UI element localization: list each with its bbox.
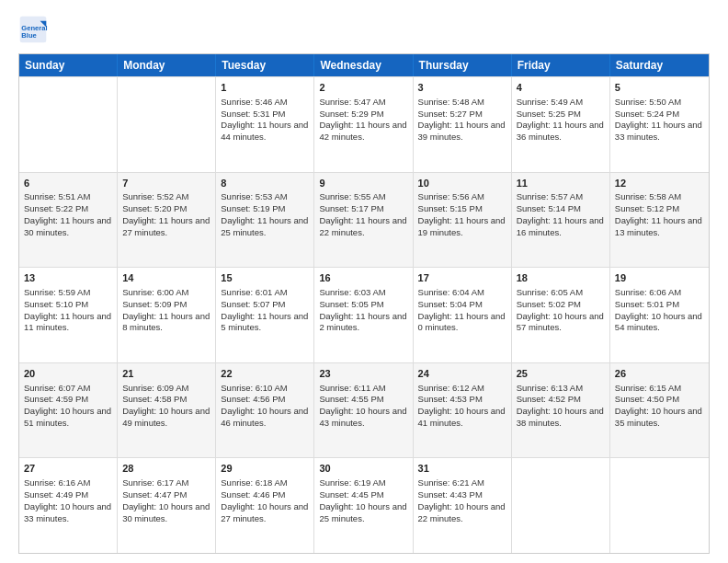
daylight-text: Daylight: 10 hours and 43 minutes. xyxy=(319,406,407,430)
daylight-text: Daylight: 11 hours and 8 minutes. xyxy=(122,311,210,335)
sunset-text: Sunset: 5:20 PM xyxy=(122,203,210,215)
calendar-cell: 26Sunrise: 6:15 AMSunset: 4:50 PMDayligh… xyxy=(610,363,709,458)
sunrise-text: Sunrise: 6:04 AM xyxy=(418,287,506,299)
sunrise-text: Sunrise: 6:11 AM xyxy=(319,383,407,395)
calendar-week-row: 27Sunrise: 6:16 AMSunset: 4:49 PMDayligh… xyxy=(19,457,709,553)
logo: General Blue xyxy=(18,15,51,44)
sunrise-text: Sunrise: 6:18 AM xyxy=(221,477,309,489)
sunset-text: Sunset: 5:29 PM xyxy=(319,109,407,121)
sunrise-text: Sunrise: 5:51 AM xyxy=(24,191,112,203)
daylight-text: Daylight: 10 hours and 38 minutes. xyxy=(517,406,605,430)
calendar-cell: 25Sunrise: 6:13 AMSunset: 4:52 PMDayligh… xyxy=(512,363,610,458)
calendar-cell: 20Sunrise: 6:07 AMSunset: 4:59 PMDayligh… xyxy=(19,363,118,458)
daylight-text: Daylight: 10 hours and 54 minutes. xyxy=(615,311,704,335)
calendar-cell: 24Sunrise: 6:12 AMSunset: 4:53 PMDayligh… xyxy=(414,363,512,458)
calendar-week-row: 6Sunrise: 5:51 AMSunset: 5:22 PMDaylight… xyxy=(19,172,709,268)
sunrise-text: Sunrise: 5:56 AM xyxy=(418,191,506,203)
day-number: 17 xyxy=(418,271,506,285)
day-number: 25 xyxy=(517,367,605,381)
sunset-text: Sunset: 5:10 PM xyxy=(24,299,112,311)
calendar-cell: 18Sunrise: 6:05 AMSunset: 5:02 PMDayligh… xyxy=(512,268,610,362)
day-of-week-header: Sunday xyxy=(19,54,118,76)
sunrise-text: Sunrise: 5:46 AM xyxy=(221,97,309,109)
sunset-text: Sunset: 5:22 PM xyxy=(24,203,112,215)
calendar-cell: 21Sunrise: 6:09 AMSunset: 4:58 PMDayligh… xyxy=(118,363,216,458)
daylight-text: Daylight: 11 hours and 30 minutes. xyxy=(24,215,112,239)
calendar-cell: 30Sunrise: 6:19 AMSunset: 4:45 PMDayligh… xyxy=(314,458,413,553)
sunrise-text: Sunrise: 6:19 AM xyxy=(319,477,407,489)
day-number: 31 xyxy=(418,462,506,476)
svg-text:Blue: Blue xyxy=(21,31,36,40)
day-number: 28 xyxy=(122,462,210,476)
day-of-week-header: Wednesday xyxy=(314,54,413,76)
sunset-text: Sunset: 5:31 PM xyxy=(221,109,309,121)
sunset-text: Sunset: 4:43 PM xyxy=(418,489,506,501)
day-of-week-header: Saturday xyxy=(610,54,709,76)
day-number: 24 xyxy=(418,367,506,381)
calendar-cell: 15Sunrise: 6:01 AMSunset: 5:07 PMDayligh… xyxy=(216,268,314,362)
calendar-cell: 14Sunrise: 6:00 AMSunset: 5:09 PMDayligh… xyxy=(118,268,216,362)
calendar-cell: 31Sunrise: 6:21 AMSunset: 4:43 PMDayligh… xyxy=(414,458,512,553)
daylight-text: Daylight: 10 hours and 27 minutes. xyxy=(221,501,309,525)
day-number: 13 xyxy=(24,271,112,285)
sunrise-text: Sunrise: 6:16 AM xyxy=(24,477,112,489)
day-number: 10 xyxy=(418,177,506,190)
sunset-text: Sunset: 5:27 PM xyxy=(418,109,506,121)
daylight-text: Daylight: 10 hours and 25 minutes. xyxy=(319,501,407,525)
sunset-text: Sunset: 5:01 PM xyxy=(615,299,704,311)
sunrise-text: Sunrise: 5:58 AM xyxy=(615,191,704,203)
sunrise-text: Sunrise: 5:59 AM xyxy=(24,287,112,299)
calendar-cell: 19Sunrise: 6:06 AMSunset: 5:01 PMDayligh… xyxy=(610,268,709,362)
calendar-cell: 27Sunrise: 6:16 AMSunset: 4:49 PMDayligh… xyxy=(19,458,118,553)
daylight-text: Daylight: 11 hours and 22 minutes. xyxy=(319,215,407,239)
calendar-week-row: 1Sunrise: 5:46 AMSunset: 5:31 PMDaylight… xyxy=(19,76,709,172)
calendar-cell: 11Sunrise: 5:57 AMSunset: 5:14 PMDayligh… xyxy=(512,173,610,268)
sunset-text: Sunset: 4:56 PM xyxy=(221,394,309,406)
daylight-text: Daylight: 10 hours and 49 minutes. xyxy=(122,406,210,430)
day-of-week-header: Tuesday xyxy=(216,54,314,76)
daylight-text: Daylight: 11 hours and 25 minutes. xyxy=(221,215,309,239)
daylight-text: Daylight: 11 hours and 16 minutes. xyxy=(517,215,605,239)
day-number: 16 xyxy=(319,271,407,285)
day-number: 22 xyxy=(221,367,309,381)
calendar-week-row: 13Sunrise: 5:59 AMSunset: 5:10 PMDayligh… xyxy=(19,267,709,362)
sunrise-text: Sunrise: 5:53 AM xyxy=(221,191,309,203)
sunset-text: Sunset: 5:25 PM xyxy=(517,109,605,121)
calendar-cell: 9Sunrise: 5:55 AMSunset: 5:17 PMDaylight… xyxy=(314,173,413,268)
daylight-text: Daylight: 11 hours and 36 minutes. xyxy=(517,120,605,144)
day-number: 23 xyxy=(319,367,407,381)
daylight-text: Daylight: 11 hours and 0 minutes. xyxy=(418,311,506,335)
sunrise-text: Sunrise: 6:13 AM xyxy=(517,383,605,395)
sunset-text: Sunset: 4:55 PM xyxy=(319,394,407,406)
calendar-cell: 2Sunrise: 5:47 AMSunset: 5:29 PMDaylight… xyxy=(314,77,413,172)
daylight-text: Daylight: 10 hours and 57 minutes. xyxy=(517,311,605,335)
sunrise-text: Sunrise: 6:01 AM xyxy=(221,287,309,299)
day-number: 7 xyxy=(122,177,210,190)
day-number: 6 xyxy=(24,177,112,190)
day-number: 12 xyxy=(615,177,704,190)
sunrise-text: Sunrise: 6:05 AM xyxy=(517,287,605,299)
calendar-cell: 8Sunrise: 5:53 AMSunset: 5:19 PMDaylight… xyxy=(216,173,314,268)
daylight-text: Daylight: 10 hours and 41 minutes. xyxy=(418,406,506,430)
day-number: 30 xyxy=(319,462,407,476)
calendar-cell: 6Sunrise: 5:51 AMSunset: 5:22 PMDaylight… xyxy=(19,173,118,268)
sunrise-text: Sunrise: 5:47 AM xyxy=(319,97,407,109)
sunset-text: Sunset: 4:50 PM xyxy=(615,394,704,406)
sunset-text: Sunset: 5:15 PM xyxy=(418,203,506,215)
day-number: 18 xyxy=(517,271,605,285)
sunset-text: Sunset: 5:02 PM xyxy=(517,299,605,311)
day-number: 3 xyxy=(418,81,506,95)
sunrise-text: Sunrise: 6:21 AM xyxy=(418,477,506,489)
logo-icon: General Blue xyxy=(18,15,48,44)
calendar-cell xyxy=(512,458,610,553)
daylight-text: Daylight: 10 hours and 22 minutes. xyxy=(418,501,506,525)
day-number: 9 xyxy=(319,177,407,190)
calendar-cell: 16Sunrise: 6:03 AMSunset: 5:05 PMDayligh… xyxy=(314,268,413,362)
day-number: 15 xyxy=(221,271,309,285)
sunset-text: Sunset: 5:24 PM xyxy=(615,109,704,121)
sunset-text: Sunset: 5:17 PM xyxy=(319,203,407,215)
calendar-header: SundayMondayTuesdayWednesdayThursdayFrid… xyxy=(19,54,709,76)
daylight-text: Daylight: 11 hours and 27 minutes. xyxy=(122,215,210,239)
day-number: 27 xyxy=(24,462,112,476)
sunrise-text: Sunrise: 5:50 AM xyxy=(615,97,704,109)
